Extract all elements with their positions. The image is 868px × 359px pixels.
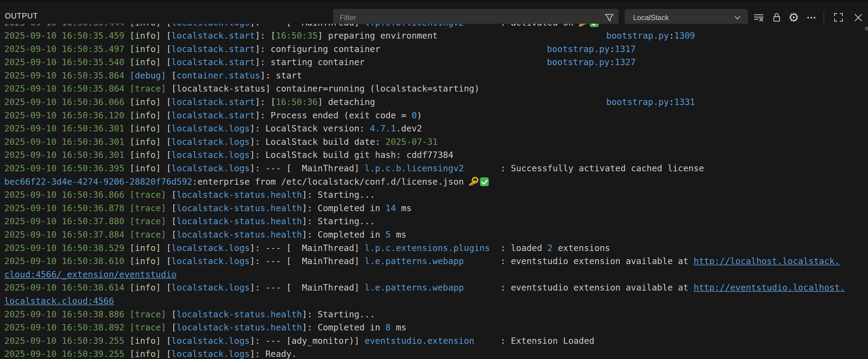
source-file-link[interactable]: bootstrap.py:1309 (606, 29, 695, 42)
log-segment: [info] (130, 31, 161, 41)
log-segment: localstack-status.health (177, 203, 302, 213)
log-segment: [info] (130, 24, 161, 28)
log-segment: [ (166, 309, 177, 320)
log-segment: [debug] (130, 71, 166, 80)
log-segment: 2025-09-10 16:50:38.614 (4, 283, 130, 293)
log-segment: 2025-09-10 16:50:38.529 (4, 243, 130, 253)
panel-top-border (0, 0, 868, 3)
log-segment: :enterprise from /etc/localstack/conf.d/… (192, 177, 469, 187)
log-segment: 2025-09-10 16:50:36.301 (4, 124, 130, 134)
log-segment: localstack.logs (172, 124, 250, 134)
log-line: 2025-09-10 16:50:35.497 [info] [localsta… (0, 42, 868, 56)
log-segment: [ (161, 243, 172, 253)
log-segment: localstack-status.health (177, 230, 302, 240)
filter-input[interactable] (334, 13, 604, 22)
log-segment: [trace] (130, 309, 166, 320)
source-file-link[interactable]: bootstrap.py:1327 (547, 56, 636, 69)
log-segment: ] detaching (318, 97, 375, 107)
log-segment: [ (161, 124, 172, 134)
log-segment: [info] (130, 150, 161, 160)
log-line: cloud:4566/_extension/eventstudio (0, 268, 868, 282)
log-segment: localstack.logs (172, 349, 250, 359)
key-icon (579, 24, 589, 27)
log-segment: localstack.logs (172, 283, 250, 293)
log-segment: [localstack-status] container=running (l… (166, 84, 479, 94)
log-line: 2025-09-10 16:50:39.255 [info] [localsta… (0, 348, 868, 359)
log-segment: l.p.c.b.licensingv2 (365, 163, 464, 173)
gear-icon[interactable]: ⚙ (788, 12, 799, 23)
log-segment: [ (166, 203, 177, 213)
more-actions-icon[interactable] (806, 12, 816, 23)
log-url-link[interactable]: cloud:4566/_extension/eventstudio (4, 269, 177, 280)
log-segment: ]: --- [ MainThread] (250, 243, 365, 253)
log-segment: ]: Starting... (302, 190, 375, 200)
log-segment: l.p.c.b.licensingv2 (365, 24, 464, 28)
log-segment: [ (166, 190, 177, 200)
log-line: localstack.cloud:4566 (0, 294, 868, 308)
log-line: 2025-09-10 16:50:35.864 [debug] [contain… (0, 69, 868, 83)
log-segment: 2025-09-10 16:50:35.540 (4, 57, 130, 67)
log-line: 2025-09-10 16:50:36.866 [trace] [localst… (0, 188, 868, 202)
log-segment: 2025-09-10 16:50:36.866 (4, 190, 130, 200)
log-segment: 16:50:36 (276, 97, 317, 107)
log-segment: ] preparing environment (318, 31, 438, 41)
log-scroll: 2025-09-10 16:50:35.444 [info] [localsta… (0, 24, 868, 359)
log-segment: [trace] (130, 323, 166, 332)
log-line: 2025-09-10 16:50:36.395 [info] [localsta… (0, 162, 868, 175)
channel-select-value: LocalStack (633, 13, 669, 22)
log-segment: 2025-09-10 16:50:36.878 (4, 203, 130, 213)
lock-icon[interactable] (772, 12, 782, 23)
source-file-link[interactable]: bootstrap.py:1317 (547, 42, 636, 56)
log-segment: ]: start (260, 71, 302, 80)
log-segment: localstack.start (172, 31, 255, 41)
log-segment: [info] (130, 163, 161, 173)
log-segment: l.p.c.extensions.plugins (365, 243, 490, 253)
close-panel-icon[interactable] (853, 12, 863, 23)
log-segment: [ (161, 336, 172, 346)
log-line: 2025-09-10 16:50:35.864 [trace] [localst… (0, 82, 868, 96)
source-file-link[interactable]: bootstrap.py:1331 (606, 96, 695, 109)
maximize-panel-icon[interactable] (833, 12, 844, 23)
log-segment: ]: Starting... (302, 309, 375, 320)
log-segment: [info] (130, 137, 161, 147)
log-segment: : eventstudio extension available at (464, 256, 693, 266)
log-output-area: 2025-09-10 16:50:35.444 [info] [localsta… (0, 24, 868, 359)
log-line: 2025-09-10 16:50:36.120 [info] [localsta… (0, 109, 868, 122)
log-segment: localstack.logs (172, 256, 250, 266)
output-panel: { "header": { "tab": "OUTPUT", "filter":… (0, 0, 868, 359)
clear-output-icon[interactable] (753, 12, 764, 23)
log-segment: [info] (130, 44, 161, 54)
log-segment: [trace] (130, 190, 166, 200)
log-segment: 16:50:35 (276, 31, 317, 41)
log-segment: [ (166, 323, 177, 332)
log-line: 2025-09-10 16:50:38.614 [info] [localsta… (0, 281, 868, 294)
log-line: 2025-09-10 16:50:39.255 [info] [localsta… (0, 334, 868, 348)
log-segment: 2025-09-10 16:50:38.886 (4, 309, 130, 320)
log-segment: ]: [ (255, 31, 276, 41)
log-segment: localstack.start (172, 57, 255, 67)
log-segment: 2025-09-10 16:50:35.459 (4, 31, 130, 41)
log-url-link[interactable]: http://localhost.localstack. (693, 256, 840, 266)
log-segment: 2025-09-10 16:50:35.864 (4, 71, 130, 80)
log-segment: 0 (411, 110, 417, 121)
log-segment: 2025-09-10 16:50:39.255 (4, 336, 130, 346)
filter-funnel-icon[interactable] (604, 12, 615, 23)
log-segment: [trace] (130, 84, 166, 94)
log-line: 2025-09-10 16:50:37.880 [trace] [localst… (0, 215, 868, 228)
log-segment: [info] (130, 110, 161, 121)
scrollbar-thumb[interactable] (865, 27, 868, 30)
log-segment: [ (161, 150, 172, 160)
log-segment: container.status (177, 71, 260, 80)
chevron-down-icon (733, 13, 742, 22)
tab-output[interactable]: OUTPUT (5, 11, 38, 21)
log-segment: .dev2 (396, 124, 422, 134)
log-line: 2025-09-10 16:50:36.878 [trace] [localst… (0, 202, 868, 215)
log-segment: bec66f22-3d4e-4274-9206-28820f76d592 (4, 177, 192, 187)
check-icon (590, 24, 599, 27)
log-url-link[interactable]: http://eventstudio.localhost. (693, 283, 845, 293)
log-segment: localstack.start (172, 110, 255, 121)
log-segment: ]: LocalStack build date: (250, 137, 385, 147)
log-segment: [info] (130, 283, 161, 293)
log-url-link[interactable]: localstack.cloud:4566 (4, 296, 114, 306)
log-segment: ]: --- [ MainThread] (250, 163, 365, 173)
